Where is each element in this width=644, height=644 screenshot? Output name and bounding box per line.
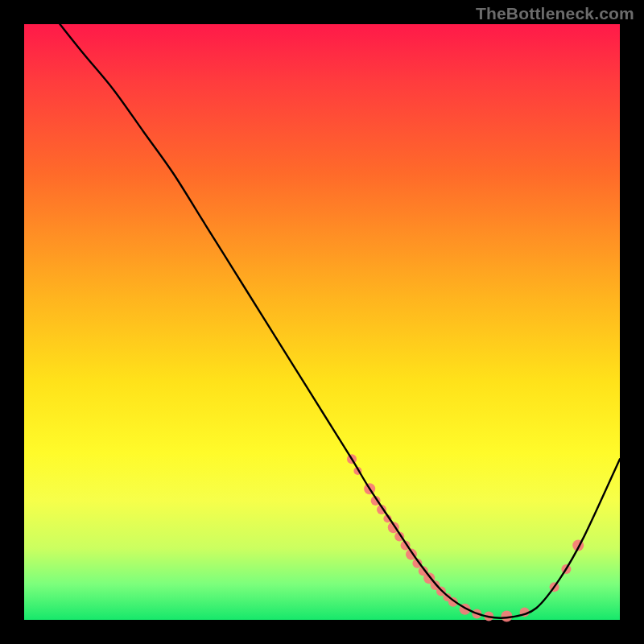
chart-svg [24, 24, 620, 620]
chart-markers [347, 454, 584, 621]
chart-curve [60, 24, 620, 618]
chart-stage: TheBottleneck.com [0, 0, 644, 644]
chart-plot-area [24, 24, 620, 620]
watermark-label: TheBottleneck.com [476, 5, 634, 22]
